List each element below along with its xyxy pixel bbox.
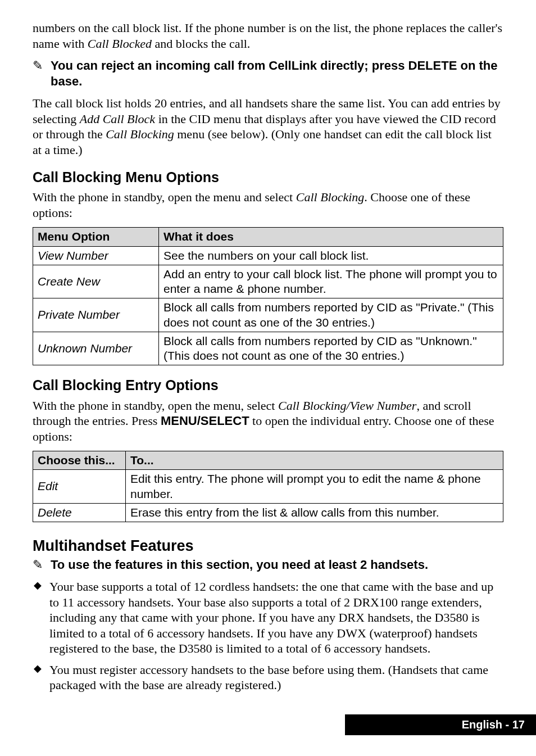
pencil-note-icon: ✎ xyxy=(33,58,51,73)
table-row: Edit Edit this entry. The phone will pro… xyxy=(33,470,503,504)
menu-desc-cell: Block all calls from numbers reported by… xyxy=(159,332,503,365)
table-row: Private Number Block all calls from numb… xyxy=(33,298,503,332)
note-multihandset: ✎ To use the features in this section, y… xyxy=(33,557,503,573)
intro-paragraph: numbers on the call block list. If the p… xyxy=(33,20,503,51)
text: With the phone in standby, open the menu… xyxy=(33,399,278,413)
heading-multihandset: Multihandset Features xyxy=(33,537,503,556)
menu-options-table: Menu Option What it does View Number See… xyxy=(33,227,503,365)
page-footer: English - 17 xyxy=(345,714,536,735)
page-content: numbers on the call block list. If the p… xyxy=(0,0,536,735)
entry-desc-cell: Erase this entry from the list & allow c… xyxy=(126,503,503,522)
list-item: You must register accessory handsets to … xyxy=(33,662,503,693)
heading-call-blocking-menu: Call Blocking Menu Options xyxy=(33,169,503,186)
menu-desc-cell: Add an entry to your call block list. Th… xyxy=(159,265,503,298)
table-header-row: Choose this... To... xyxy=(33,451,503,470)
list-item: Your base supports a total of 12 cordles… xyxy=(33,579,503,657)
table-row: Unknown Number Block all calls from numb… xyxy=(33,332,503,365)
entry-option-cell: Delete xyxy=(33,503,126,522)
menu-option-cell: Private Number xyxy=(33,298,159,332)
add-call-block-term: Add Call Block xyxy=(80,112,155,126)
heading-call-blocking-entry: Call Blocking Entry Options xyxy=(33,377,503,394)
menu-option-cell: Unknown Number xyxy=(33,332,159,365)
call-blocking-view-number-term: Call Blocking/View Number xyxy=(278,399,416,413)
entry-desc-cell: Edit this entry. The phone will prompt y… xyxy=(126,470,503,504)
text: and blocks the call. xyxy=(152,37,250,51)
text: With the phone in standby, open the menu… xyxy=(33,190,296,204)
menu-option-cell: Create New xyxy=(33,265,159,298)
multihandset-bullet-list: Your base supports a total of 12 cordles… xyxy=(33,579,503,693)
table-row: View Number See the numbers on your call… xyxy=(33,246,503,265)
note-reject-call: ✎ You can reject an incoming call from C… xyxy=(33,58,503,89)
delete-key-label: DELETE xyxy=(408,58,457,73)
entry-options-table: Choose this... To... Edit Edit this entr… xyxy=(33,451,503,522)
text: You can reject an incoming call from Cel… xyxy=(51,58,408,73)
col-header-what-it-does: What it does xyxy=(159,228,503,246)
note-text: You can reject an incoming call from Cel… xyxy=(51,58,503,89)
menu-option-cell: View Number xyxy=(33,246,159,265)
menu-options-intro: With the phone in standby, open the menu… xyxy=(33,189,503,220)
call-blocking-term: Call Blocking xyxy=(106,127,174,141)
call-blocked-term: Call Blocked xyxy=(88,37,152,51)
call-block-list-paragraph: The call block list holds 20 entries, an… xyxy=(33,96,503,157)
call-blocking-term: Call Blocking xyxy=(296,190,365,204)
entry-option-cell: Edit xyxy=(33,470,126,504)
entry-options-intro: With the phone in standby, open the menu… xyxy=(33,398,503,445)
table-row: Delete Erase this entry from the list & … xyxy=(33,503,503,522)
menu-desc-cell: Block all calls from numbers reported by… xyxy=(159,298,503,332)
note-text: To use the features in this section, you… xyxy=(51,557,503,573)
menu-desc-cell: See the numbers on your call block list. xyxy=(159,246,503,265)
pencil-note-icon: ✎ xyxy=(33,557,51,572)
col-header-to: To... xyxy=(126,451,503,470)
table-row: Create New Add an entry to your call blo… xyxy=(33,265,503,298)
menu-select-key-label: MENU/SELECT xyxy=(161,414,249,428)
table-header-row: Menu Option What it does xyxy=(33,228,503,246)
col-header-menu-option: Menu Option xyxy=(33,228,159,246)
col-header-choose-this: Choose this... xyxy=(33,451,126,470)
